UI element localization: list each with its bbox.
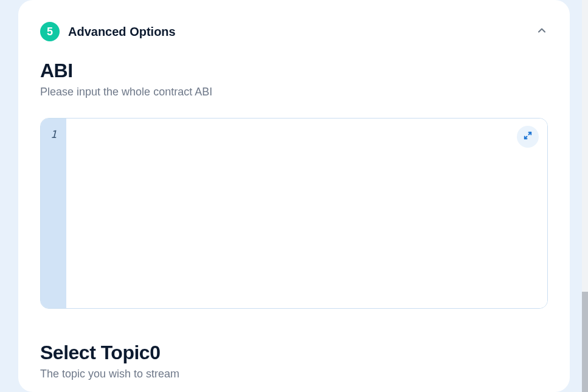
abi-section: ABI Please input the whole contract ABI … <box>40 60 548 309</box>
scrollbar-track[interactable] <box>582 0 588 392</box>
topic-subtitle: The topic you wish to stream <box>40 368 548 380</box>
step-number: 5 <box>47 26 53 38</box>
header-title: Advanced Options <box>68 25 176 39</box>
topic-heading: Select Topic0 <box>40 342 548 364</box>
topic-section: Select Topic0 The topic you wish to stre… <box>40 342 548 380</box>
step-badge: 5 <box>40 22 60 41</box>
abi-heading: ABI <box>40 60 548 82</box>
advanced-options-card: 5 Advanced Options ABI Please input the … <box>18 0 570 392</box>
chevron-up-icon <box>536 24 548 39</box>
header-left: 5 Advanced Options <box>40 22 176 41</box>
abi-editor-wrapper: 1 <box>40 118 548 309</box>
line-number: 1 <box>41 128 66 140</box>
expand-button[interactable] <box>517 126 539 148</box>
scrollbar-thumb[interactable] <box>582 292 588 392</box>
collapse-toggle[interactable] <box>536 24 548 39</box>
editor-gutter: 1 <box>41 119 66 308</box>
abi-subtitle: Please input the whole contract ABI <box>40 86 548 98</box>
expand-icon <box>522 130 533 143</box>
abi-input[interactable] <box>66 119 547 308</box>
card-header[interactable]: 5 Advanced Options <box>40 22 548 41</box>
